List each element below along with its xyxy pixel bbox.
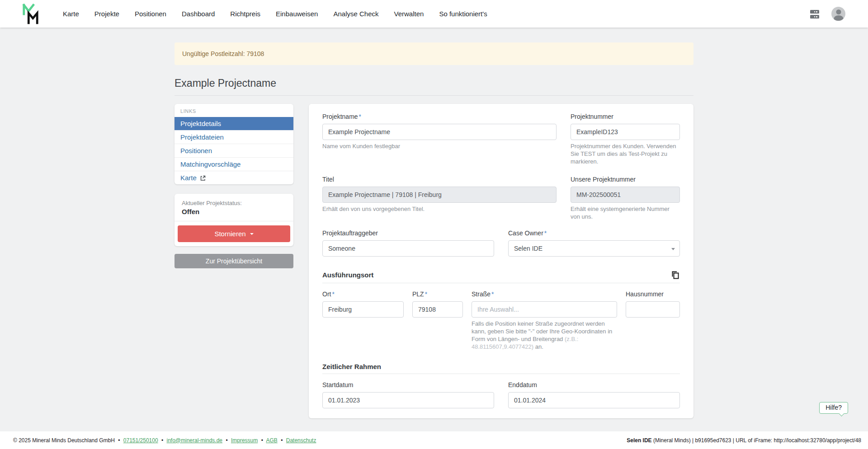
server-stack-icon[interactable]	[809, 8, 821, 20]
plz-label: PLZ*	[412, 290, 463, 298]
required-marker: *	[332, 290, 334, 298]
projektnummer-label: Projektnummer	[571, 113, 680, 120]
project-status-card: Aktueller Projektstatus: Offen Storniere…	[175, 194, 293, 246]
titel-helper: Erhält den von uns vorgegebenen Titel.	[322, 206, 557, 213]
top-navbar: Karte Projekte Positionen Dashboard Rich…	[0, 0, 868, 28]
projektnummer-input[interactable]	[571, 124, 680, 140]
sidebar-item-label: Positionen	[180, 147, 212, 154]
nav-item-richtpreis[interactable]: Richtpreis	[230, 10, 260, 18]
case-owner-label: Case Owner*	[508, 229, 680, 237]
footer-separator: •	[161, 437, 163, 444]
strasse-label: Straße*	[472, 290, 617, 298]
projektnummer-helper: Projektnummer des Kunden. Verwenden Sie …	[571, 143, 680, 166]
footer-session-details: (Mineral Minds) | b91695ed7623 | URL of …	[652, 437, 861, 444]
sidebar-item-projektdetails[interactable]: Projektdetails	[175, 117, 293, 130]
enddatum-input[interactable]	[508, 392, 680, 408]
warning-banner-text: Ungültige Postleitzahl: 79108	[182, 50, 264, 57]
startdatum-input[interactable]	[322, 392, 494, 408]
unsere-projektnummer-label: Unsere Projektnummer	[571, 176, 680, 183]
unsere-projektnummer-helper: Erhält eine systemgenerierte Nummer von …	[571, 206, 680, 221]
sidebar-item-projektdateien[interactable]: Projektdateien	[175, 130, 293, 144]
ort-input[interactable]	[322, 301, 404, 318]
nav-item-analyse-check[interactable]: Analyse Check	[333, 10, 378, 18]
projektname-helper: Name vom Kunden festlegbar	[322, 143, 557, 150]
main-navigation: Karte Projekte Positionen Dashboard Rich…	[63, 10, 487, 18]
strasse-helper: Falls die Position keiner Straße zugeord…	[472, 320, 617, 351]
enddatum-label: Enddatum	[508, 381, 680, 388]
zur-projektuebersicht-button[interactable]: Zur Projektübersicht	[175, 254, 293, 268]
case-owner-selected-value: Selen IDE	[514, 245, 542, 252]
plz-input[interactable]	[412, 301, 463, 318]
nav-item-verwalten[interactable]: Verwalten	[394, 10, 424, 18]
sidebar-item-matchingvorschlaege[interactable]: Matchingvorschläge	[175, 157, 293, 171]
copy-icon[interactable]	[670, 270, 680, 280]
nav-item-so-funktionierts[interactable]: So funktioniert's	[439, 10, 487, 18]
mineral-minds-logo[interactable]	[22, 4, 39, 24]
titel-input	[322, 187, 557, 203]
nav-item-positionen[interactable]: Positionen	[135, 10, 166, 18]
projektname-label: Projektname*	[322, 113, 557, 120]
sidebar-item-label: Matchingvorschläge	[180, 160, 241, 168]
select-caret-icon	[671, 248, 675, 250]
footer-separator: •	[226, 437, 227, 444]
titel-label: Titel	[322, 176, 557, 183]
sidebar-item-label: Karte	[180, 174, 197, 182]
footer-link-impressum[interactable]: Impressum	[231, 437, 258, 444]
status-value: Offen	[175, 206, 293, 215]
hilfe-button[interactable]: Hilfe?	[819, 402, 848, 414]
footer-link-phone[interactable]: 07151/250100	[123, 437, 158, 444]
strasse-input[interactable]	[472, 301, 617, 318]
projektauftraggeber-input[interactable]	[322, 240, 494, 257]
nav-item-karte[interactable]: Karte	[63, 10, 79, 18]
footer-link-agb[interactable]: AGB	[266, 437, 278, 444]
avatar-head-icon	[836, 9, 841, 14]
stornieren-button[interactable]: Stornieren	[178, 225, 290, 242]
projektauftraggeber-label: Projektauftraggeber	[322, 229, 494, 237]
links-header: LINKS	[175, 104, 293, 117]
required-marker: *	[544, 229, 547, 237]
page-title: Example Projectname	[175, 77, 693, 96]
sidebar-item-positionen[interactable]: Positionen	[175, 144, 293, 157]
required-marker: *	[359, 113, 361, 120]
required-marker: *	[425, 290, 427, 298]
status-label: Aktueller Projektstatus:	[175, 200, 293, 206]
footer-left: © 2025 Mineral Minds Deutschland GmbH • …	[13, 437, 316, 444]
warning-banner: Ungültige Postleitzahl: 79108	[175, 42, 693, 65]
caret-down-icon	[250, 233, 254, 235]
zeitlicher-rahmen-heading: Zeitlicher Rahmen	[322, 363, 381, 370]
footer-separator: •	[118, 437, 120, 444]
footer: © 2025 Mineral Minds Deutschland GmbH • …	[0, 431, 868, 449]
ausfuehrungsort-heading: Ausführungsort	[322, 271, 373, 279]
external-link-icon	[200, 175, 206, 181]
nav-item-einbauweisen[interactable]: Einbauweisen	[276, 10, 318, 18]
sidebar-item-label: Projektdetails	[180, 120, 221, 127]
avatar-body-icon	[834, 15, 843, 21]
footer-link-email[interactable]: info@mineral-minds.de	[166, 437, 222, 444]
stornieren-button-label: Stornieren	[214, 230, 245, 238]
nav-item-dashboard[interactable]: Dashboard	[182, 10, 215, 18]
footer-link-datenschutz[interactable]: Datenschutz	[286, 437, 316, 444]
sidebar-item-karte[interactable]: Karte	[175, 171, 293, 184]
hausnummer-label: Hausnummer	[626, 290, 680, 298]
unsere-projektnummer-input	[571, 187, 680, 203]
projektname-input[interactable]	[322, 124, 557, 140]
hausnummer-input[interactable]	[626, 301, 680, 318]
ort-label: Ort*	[322, 290, 404, 298]
footer-separator: •	[281, 437, 283, 444]
footer-copyright: © 2025 Mineral Minds Deutschland GmbH	[13, 437, 115, 444]
footer-separator: •	[261, 437, 263, 444]
startdatum-label: Startdatum	[322, 381, 494, 388]
footer-session-info: Selen IDE (Mineral Minds) | b91695ed7623…	[627, 437, 861, 444]
footer-user-name: Selen IDE	[627, 437, 651, 444]
case-owner-select[interactable]: Selen IDE	[508, 240, 680, 257]
required-marker: *	[491, 290, 494, 298]
sidebar-item-label: Projektdateien	[180, 133, 224, 141]
user-avatar[interactable]	[831, 7, 845, 21]
project-details-form: Projektname* Name vom Kunden festlegbar …	[309, 104, 693, 418]
nav-item-projekte[interactable]: Projekte	[94, 10, 119, 18]
links-card: LINKS Projektdetails Projektdateien Posi…	[175, 104, 293, 184]
